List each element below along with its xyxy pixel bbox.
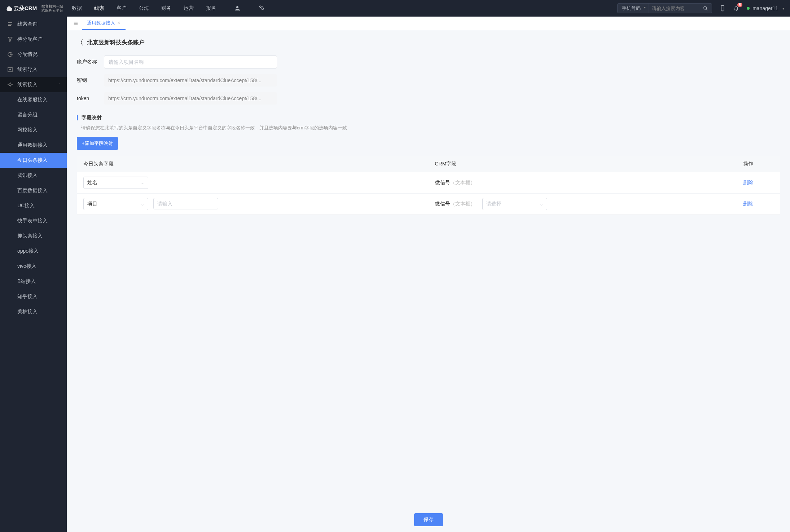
token-label: token: [77, 96, 104, 101]
back-button[interactable]: 〈: [77, 38, 83, 47]
sidebar-sub-meiyou[interactable]: 美柚接入: [0, 304, 67, 319]
svg-point-6: [736, 10, 737, 11]
search-icon: [703, 6, 708, 11]
sidebar-sub-online-service[interactable]: 在线客服接入: [0, 92, 67, 107]
crm-field-name: 微信号: [435, 179, 450, 185]
mapping-title: 字段映射: [77, 115, 780, 121]
sidebar-sub-tencent[interactable]: 腾讯接入: [0, 168, 67, 183]
tabs-bar: 通用数据接入 ✕: [67, 17, 790, 30]
import-icon: [7, 67, 13, 72]
sidebar-sub-message-group[interactable]: 留言分组: [0, 107, 67, 123]
nav-customer[interactable]: 客户: [117, 5, 127, 12]
sidebar-sub-school[interactable]: 网校接入: [0, 123, 67, 138]
svg-rect-9: [8, 25, 11, 26]
table-row: 姓名 微信号（文本框） 删除: [77, 172, 780, 194]
search-input[interactable]: [649, 4, 699, 13]
toutiao-field-select[interactable]: 项目: [83, 198, 148, 210]
account-name-input[interactable]: [104, 56, 277, 68]
logo-sub: 教育机构一站 式服务云平台: [39, 4, 63, 12]
menu-icon: [73, 21, 78, 26]
token-value: https://crm.yunduocrm.com/externalData/s…: [104, 92, 277, 105]
mobile-icon[interactable]: [719, 5, 726, 12]
sidebar-item-import[interactable]: 线索导入: [0, 62, 67, 77]
sidebar-item-access[interactable]: 线索接入: [0, 77, 67, 92]
person-icon[interactable]: +: [234, 5, 241, 12]
crm-field-name: 微信号: [435, 201, 450, 207]
search-type-select[interactable]: 手机号码: [618, 4, 649, 13]
user-name: manager11: [752, 5, 778, 11]
sidebar-sub-qutoutiao[interactable]: 趣头条接入: [0, 229, 67, 244]
crm-field-type: （文本框）: [450, 201, 475, 207]
footer: 保存: [67, 507, 790, 532]
logo: 云朵CRM 教育机构一站 式服务云平台: [6, 4, 63, 12]
nav-clue[interactable]: 线索: [94, 5, 104, 12]
sidebar-sub-kuaishou[interactable]: 快手表单接入: [0, 213, 67, 229]
sidebar-item-unassigned[interactable]: 待分配客户: [0, 32, 67, 47]
svg-point-0: [236, 6, 238, 8]
user-menu[interactable]: manager11: [747, 5, 784, 11]
delete-row-button[interactable]: 删除: [743, 179, 753, 185]
sidebar: 线索查询 待分配客户 分配情况 线索导入 线索接入 在线客服接入 留言分组 网校…: [0, 17, 67, 532]
secret-label: 密钥: [77, 77, 104, 84]
notify-wrap[interactable]: 5: [733, 5, 739, 12]
cloud-icon: [6, 6, 12, 11]
sidebar-sub-uc[interactable]: UC接入: [0, 198, 67, 213]
secret-value: https://crm.yunduocrm.com/externalData/s…: [104, 74, 277, 87]
sidebar-sub-baidu[interactable]: 百度数据接入: [0, 183, 67, 198]
mapping-table: 今日头条字段 CRM字段 操作 姓名 微信号（文本框） 删除: [77, 156, 780, 215]
nav-signup[interactable]: 报名: [206, 5, 216, 12]
col-crm: CRM字段: [429, 156, 737, 172]
nav-ops[interactable]: 运营: [184, 5, 194, 12]
funnel-icon: [7, 36, 13, 42]
sidebar-sub-toutiao[interactable]: 今日头条接入: [0, 153, 67, 168]
nav-data[interactable]: 数据: [72, 5, 82, 12]
table-row: 项目 微信号（文本框） 请选择 删除: [77, 194, 780, 215]
notify-badge: 5: [737, 3, 742, 7]
nav-finance[interactable]: 财务: [161, 5, 171, 12]
svg-line-3: [706, 9, 708, 10]
main: 通用数据接入 ✕ 〈 北京昱新科技头条账户 账户名称 密钥 https://cr…: [67, 0, 790, 532]
sidebar-item-clue-query[interactable]: 线索查询: [0, 17, 67, 32]
toutiao-field-input[interactable]: [153, 198, 218, 209]
sidebar-sub-zhihu[interactable]: 知乎接入: [0, 289, 67, 304]
sidebar-item-assignment[interactable]: 分配情况: [0, 47, 67, 62]
logo-brand: 云朵CRM: [14, 5, 37, 12]
crm-field-select[interactable]: 请选择: [482, 198, 547, 210]
tabs-toggle-button[interactable]: [70, 19, 82, 28]
account-name-label: 账户名称: [77, 59, 104, 65]
page-title: 北京昱新科技头条账户: [87, 39, 145, 46]
list-icon: [7, 21, 13, 27]
plug-icon: [7, 82, 13, 88]
pie-icon: [7, 52, 13, 57]
delete-row-button[interactable]: 删除: [743, 201, 753, 207]
online-dot-icon: [747, 7, 750, 10]
col-toutiao: 今日头条字段: [77, 156, 429, 172]
tab-close-icon[interactable]: ✕: [117, 21, 120, 25]
col-op: 操作: [737, 156, 780, 172]
search-button[interactable]: [699, 4, 712, 12]
search-wrap: 手机号码: [617, 3, 712, 13]
mapping-hint: 请确保您在此填写的头条自定义字段名称与在今日头条平台中自定义的字段名称一致，并且…: [77, 125, 780, 131]
sidebar-sub-vivo[interactable]: vivo接入: [0, 259, 67, 274]
top-nav: 数据 线索 客户 公海 财务 运营 报名 +: [72, 5, 265, 12]
content: 〈 北京昱新科技头条账户 账户名称 密钥 https://crm.yunduoc…: [67, 30, 790, 507]
add-mapping-button[interactable]: +添加字段映射: [77, 137, 118, 150]
sidebar-sub-oppo[interactable]: oppo接入: [0, 244, 67, 259]
crm-field-type: （文本框）: [450, 179, 475, 185]
sidebar-sub-bilibili[interactable]: B站接入: [0, 274, 67, 289]
svg-rect-8: [8, 24, 12, 25]
top-header: 云朵CRM 教育机构一站 式服务云平台 数据 线索 客户 公海 财务 运营 报名…: [0, 0, 790, 17]
svg-rect-7: [8, 22, 12, 23]
svg-point-5: [722, 10, 723, 11]
svg-text:+: +: [239, 9, 241, 12]
svg-point-2: [704, 6, 707, 9]
save-button[interactable]: 保存: [414, 513, 443, 526]
sidebar-sub-generic-data[interactable]: 通用数据接入: [0, 138, 67, 153]
phone-icon[interactable]: [259, 5, 265, 12]
nav-pool[interactable]: 公海: [139, 5, 149, 12]
svg-point-12: [9, 84, 11, 86]
tab-generic-data[interactable]: 通用数据接入 ✕: [82, 17, 126, 30]
toutiao-field-select[interactable]: 姓名: [83, 177, 148, 189]
